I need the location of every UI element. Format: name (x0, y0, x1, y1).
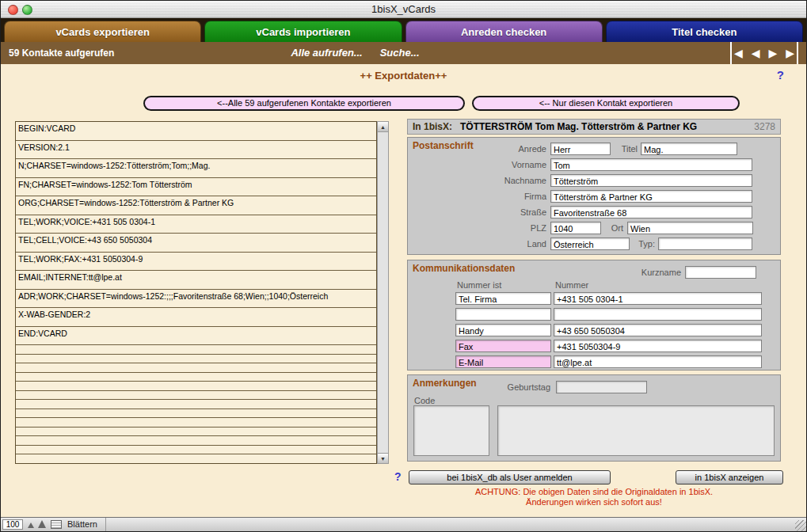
vcard-line-empty[interactable] (16, 454, 376, 463)
nachname-field[interactable]: Tötterström (550, 174, 752, 187)
anmerkungen-title: Anmerkungen (413, 378, 477, 389)
record-header: In 1bisX: TÖTTERSTRÖM Tom Mag. Tötterstr… (407, 119, 781, 135)
vcard-line-empty[interactable] (16, 345, 376, 355)
warning-text: ACHTUNG: Die obigen Daten sind die Origi… (407, 487, 781, 507)
strasse-label: Straße (440, 206, 546, 218)
search-link[interactable]: Suche... (380, 42, 420, 64)
tab-bar: vCards exportieren vCards importieren An… (1, 18, 806, 42)
vcard-line[interactable]: BEGIN:VCARD (16, 122, 376, 141)
notes-field[interactable] (497, 405, 775, 456)
land-field[interactable]: Österreich (550, 238, 630, 250)
found-count: 59 Kontakte aufgerufen (9, 42, 114, 64)
vcard-line[interactable]: FN;CHARSET=windows-1252:Tom Tötterström (16, 178, 376, 197)
first-record-button[interactable]: ◀ (730, 42, 743, 64)
vcard-list-scrollbar[interactable]: ▲ ▼ (377, 121, 389, 464)
vcard-line[interactable]: ORG;CHARSET=windows-1252:Tötterström & P… (16, 196, 376, 215)
vorname-label: Vorname (440, 158, 546, 171)
kurzname-label: Kurzname (606, 266, 681, 279)
firma-field[interactable]: Tötterström & Partner KG (550, 190, 752, 203)
postanschrift-section: Postanschrift Anrede Herr Titel Mag. Vor… (407, 137, 781, 255)
vcard-line[interactable]: EMAIL;INTERNET:tt@lpe.at (16, 271, 376, 290)
status-bar: 100 Blättern (1, 517, 806, 531)
vcard-line-empty[interactable] (16, 363, 376, 373)
vcard-line-empty[interactable] (16, 418, 376, 428)
tab-titel-checken[interactable]: Titel checken (606, 21, 803, 42)
last-record-button[interactable]: ▶ (786, 42, 798, 64)
col-header-nummer-ist: Nummer ist (457, 280, 501, 290)
typ-field[interactable] (658, 238, 752, 250)
strasse-field[interactable]: Favoritenstraße 68 (550, 206, 752, 218)
anrede-field[interactable]: Herr (550, 142, 611, 155)
code-field[interactable] (413, 405, 489, 456)
resize-grip[interactable] (795, 520, 806, 531)
vcard-line-empty[interactable] (16, 355, 376, 364)
help-icon-bottom[interactable]: ? (394, 470, 402, 483)
vcard-line-empty[interactable] (16, 391, 376, 401)
vcard-line[interactable]: VERSION:2.1 (16, 141, 376, 160)
titel-field[interactable]: Mag. (641, 142, 737, 155)
show-all-link[interactable]: Alle aufrufen... (291, 42, 362, 64)
vcard-line-empty[interactable] (16, 373, 376, 382)
firma-label: Firma (440, 190, 546, 203)
login-button[interactable]: bei 1bisX_db als User anmelden (409, 470, 611, 484)
land-label: Land (440, 238, 546, 250)
anrede-label: Anrede (440, 142, 546, 155)
ort-field[interactable]: Wien (627, 222, 753, 234)
vcard-line[interactable]: N;CHARSET=windows-1252:Tötterström;Tom;;… (16, 159, 376, 178)
comm-value-field[interactable]: tt@lpe.at (554, 355, 762, 368)
tab-anreden-checken[interactable]: Anreden checken (405, 21, 603, 42)
page-title: ++ Exportdaten++ (1, 70, 806, 82)
vcard-line-empty[interactable] (16, 446, 376, 455)
vcard-line[interactable]: TEL;CELL;VOICE:+43 650 5050304 (16, 234, 376, 253)
record-navigation: ◀ ◀ ▶ ▶ (730, 42, 798, 64)
next-record-button[interactable]: ▶ (768, 42, 777, 64)
comm-value-field[interactable]: +431 505 0304-1 (554, 292, 762, 305)
export-all-button[interactable]: <--Alle 59 aufgerufenen Kontakte exporti… (143, 96, 465, 111)
comm-type-field[interactable]: Handy (455, 324, 551, 336)
mode-popup[interactable]: Blättern (67, 519, 97, 529)
zoom-out-icon[interactable] (28, 522, 34, 528)
vcard-line[interactable]: X-WAB-GENDER:2 (16, 308, 376, 327)
kurzname-field[interactable] (685, 266, 756, 279)
comm-type-field-fax[interactable]: Fax (455, 340, 551, 352)
comm-value-field[interactable]: +43 650 5050304 (554, 324, 762, 336)
vcard-line[interactable]: END:VCARD (16, 327, 376, 346)
comm-value-field[interactable] (554, 308, 762, 321)
plz-label: PLZ (440, 222, 546, 234)
app-window: 1bisX_vCards vCards exportieren vCards i… (0, 0, 807, 532)
statusbar-divider (105, 518, 106, 531)
comm-type-field[interactable] (455, 308, 551, 321)
help-icon[interactable]: ? (777, 68, 784, 82)
kommunikationsdaten-section: Kommunikationsdaten Kurzname Nummer ist … (407, 260, 781, 370)
warning-line-1: ACHTUNG: Die obigen Daten sind die Origi… (407, 487, 781, 497)
geburtstag-field[interactable] (556, 381, 647, 393)
zoom-level[interactable]: 100 (2, 519, 23, 530)
vcard-line-empty[interactable] (16, 436, 376, 446)
vcard-line[interactable]: ADR;WORK;CHARSET=windows-1252:;;;Favorit… (16, 290, 376, 309)
plz-field[interactable]: 1040 (550, 222, 601, 234)
show-in-1bisx-button[interactable]: in 1bisX anzeigen (676, 470, 783, 484)
vorname-field[interactable]: Tom (550, 158, 752, 171)
comm-type-field-email[interactable]: E-Mail (455, 355, 551, 368)
export-one-button[interactable]: <-- Nur diesen Kontakt exportieren (472, 96, 740, 111)
record-id: 3278 (754, 121, 775, 132)
previous-record-button[interactable]: ◀ (752, 42, 760, 64)
vcard-line-empty[interactable] (16, 428, 376, 437)
ort-label: Ort (598, 222, 623, 234)
vcard-line[interactable]: TEL;WORK;VOICE:+431 505 0304-1 (16, 215, 376, 234)
zoom-in-icon[interactable] (38, 520, 46, 528)
vcard-line-empty[interactable] (16, 400, 376, 409)
tab-vcards-importieren[interactable]: vCards importieren (204, 21, 402, 42)
scroll-up-arrow[interactable]: ▲ (378, 122, 388, 132)
tab-vcards-exportieren[interactable]: vCards exportieren (4, 21, 201, 42)
scroll-down-arrow[interactable]: ▼ (378, 453, 388, 463)
vcard-line[interactable]: TEL;WORK;FAX:+431 5050304-9 (16, 253, 376, 272)
record-header-label: In 1bisX: (413, 121, 452, 132)
comm-value-field[interactable]: +431 5050304-9 (554, 340, 762, 352)
vcard-line-empty[interactable] (16, 409, 376, 419)
status-area-toggle-icon[interactable] (51, 520, 62, 529)
nachname-label: Nachname (440, 174, 546, 187)
geburtstag-label: Geburtstag (483, 381, 550, 393)
comm-type-field[interactable]: Tel. Firma (455, 292, 551, 305)
vcard-line-empty[interactable] (16, 382, 376, 391)
